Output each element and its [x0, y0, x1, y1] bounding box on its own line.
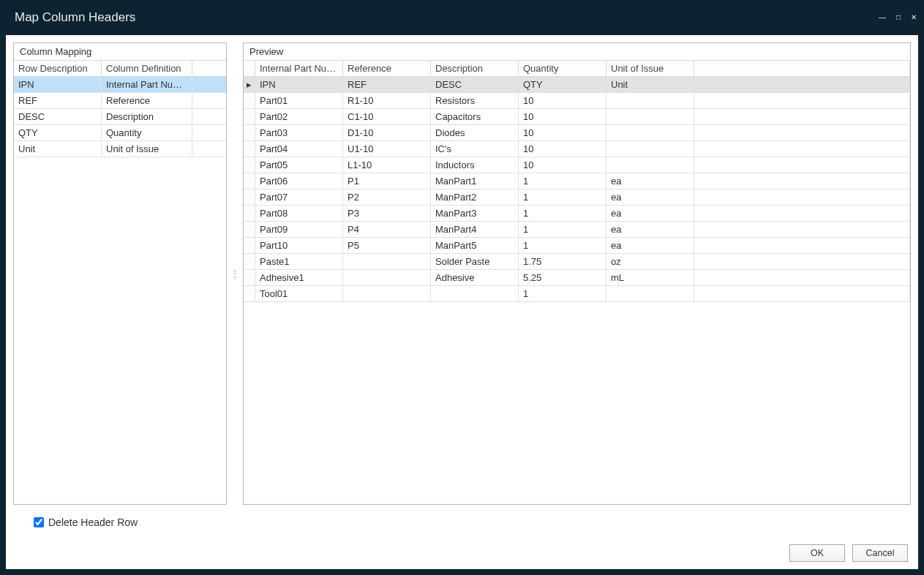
preview-cell[interactable]: 10	[519, 141, 606, 157]
preview-cell[interactable]: 1	[519, 222, 606, 237]
preview-header-quantity[interactable]: Quantity	[519, 61, 606, 76]
preview-row[interactable]: Part06P1ManPart11ea	[244, 173, 910, 189]
mapping-row[interactable]: IPNInternal Part Number	[14, 77, 226, 93]
preview-header-extra[interactable]	[694, 61, 910, 76]
preview-cell[interactable]: Part04	[255, 141, 343, 157]
mapping-cell-col-def[interactable]: Quantity	[102, 125, 192, 140]
preview-cell[interactable]	[343, 270, 431, 285]
splitter[interactable]	[233, 42, 237, 505]
preview-cell[interactable]	[606, 93, 694, 108]
preview-row[interactable]: Adhesive1Adhesive5.25mL	[244, 270, 910, 286]
preview-cell[interactable]	[694, 109, 910, 124]
preview-cell[interactable]	[606, 286, 694, 301]
preview-cell[interactable]: Part05	[255, 157, 343, 173]
preview-cell[interactable]	[606, 109, 694, 124]
preview-cell[interactable]: Part09	[255, 222, 343, 237]
preview-cell[interactable]: Capacitors	[431, 109, 519, 124]
mapping-row[interactable]: REFReference	[14, 93, 226, 109]
preview-cell[interactable]: 1	[519, 286, 606, 301]
preview-cell[interactable]: 5.25	[519, 270, 606, 285]
preview-header-description[interactable]: Description	[431, 61, 519, 76]
mapping-cell-row-desc[interactable]: IPN	[14, 77, 102, 92]
mapping-cell-row-desc[interactable]: QTY	[14, 125, 102, 140]
mapping-cell-extra[interactable]	[192, 141, 225, 157]
mapping-cell-col-def[interactable]: Description	[102, 109, 192, 124]
preview-cell[interactable]: DESC	[431, 77, 519, 92]
preview-cell[interactable]: 10	[519, 93, 606, 108]
preview-cell[interactable]: ManPart4	[431, 222, 519, 237]
preview-row[interactable]: Part09P4ManPart41ea	[244, 222, 910, 238]
preview-cell[interactable]	[694, 222, 910, 237]
preview-row[interactable]: Part04U1-10IC's10	[244, 141, 910, 157]
preview-cell[interactable]: Tool01	[255, 286, 343, 301]
preview-cell[interactable]	[606, 157, 694, 173]
preview-cell[interactable]: ea	[606, 173, 694, 189]
preview-cell[interactable]: ManPart2	[431, 189, 519, 205]
preview-row[interactable]: Paste1Solder Paste1.75oz	[244, 254, 910, 270]
preview-cell[interactable]: ManPart3	[431, 206, 519, 221]
mapping-row[interactable]: QTYQuantity	[14, 125, 226, 141]
preview-cell[interactable]: Diodes	[431, 125, 519, 140]
preview-cell[interactable]	[694, 173, 910, 189]
preview-cell[interactable]: 1	[519, 238, 606, 253]
mapping-row[interactable]: DESCDescription	[14, 109, 226, 125]
preview-cell[interactable]: Paste1	[255, 254, 343, 269]
preview-row[interactable]: Part01R1-10Resistors10	[244, 93, 910, 109]
mapping-cell-col-def[interactable]: Unit of Issue	[102, 141, 192, 157]
preview-row[interactable]: Tool011	[244, 286, 910, 302]
preview-cell[interactable]: Part02	[255, 109, 343, 124]
ok-button[interactable]: OK	[789, 544, 845, 562]
preview-header-unit[interactable]: Unit of Issue	[606, 61, 694, 76]
preview-cell[interactable]: 1	[519, 173, 606, 189]
preview-cell[interactable]: Adhesive1	[255, 270, 343, 285]
preview-cell[interactable]	[343, 254, 431, 269]
preview-cell[interactable]	[694, 93, 910, 108]
preview-cell[interactable]	[694, 141, 910, 157]
preview-cell[interactable]: C1-10	[343, 109, 431, 124]
preview-row[interactable]: Part03D1-10Diodes10	[244, 125, 910, 141]
preview-cell[interactable]: IPN	[255, 77, 343, 92]
preview-cell[interactable]: D1-10	[343, 125, 431, 140]
preview-cell[interactable]: Inductors	[431, 157, 519, 173]
preview-cell[interactable]	[694, 125, 910, 140]
preview-cell[interactable]	[694, 77, 910, 92]
preview-cell[interactable]: Part03	[255, 125, 343, 140]
preview-cell[interactable]: Part08	[255, 206, 343, 221]
maximize-icon[interactable]: □	[896, 14, 901, 21]
preview-cell[interactable]	[343, 286, 431, 301]
preview-cell[interactable]	[694, 254, 910, 269]
preview-cell[interactable]: REF	[343, 77, 431, 92]
mapping-cell-extra[interactable]	[192, 93, 225, 108]
preview-body[interactable]: ▸IPNREFDESCQTYUnitPart01R1-10Resistors10…	[244, 77, 910, 504]
preview-cell[interactable]	[694, 157, 910, 173]
preview-cell[interactable]: 10	[519, 157, 606, 173]
mapping-header-row-desc[interactable]: Row Description	[14, 61, 102, 76]
preview-cell[interactable]: L1-10	[343, 157, 431, 173]
preview-cell[interactable]: 10	[519, 109, 606, 124]
preview-cell[interactable]: Resistors	[431, 93, 519, 108]
preview-cell[interactable]	[606, 125, 694, 140]
minimize-icon[interactable]: —	[879, 14, 886, 21]
preview-cell[interactable]: Part06	[255, 173, 343, 189]
preview-cell[interactable]: U1-10	[343, 141, 431, 157]
mapping-row[interactable]: UnitUnit of Issue	[14, 141, 226, 157]
preview-row[interactable]: Part02C1-10Capacitors10	[244, 109, 910, 125]
preview-cell[interactable]: Unit	[606, 77, 694, 92]
titlebar[interactable]: Map Column Headers — □ ✕	[0, 0, 924, 35]
preview-cell[interactable]	[431, 286, 519, 301]
preview-cell[interactable]: mL	[606, 270, 694, 285]
mapping-header-extra[interactable]	[192, 61, 225, 76]
cancel-button[interactable]: Cancel	[852, 544, 908, 562]
preview-cell[interactable]: ea	[606, 222, 694, 237]
mapping-cell-row-desc[interactable]: REF	[14, 93, 102, 108]
preview-row[interactable]: Part07P2ManPart21ea	[244, 189, 910, 206]
preview-row[interactable]: Part05L1-10Inductors10	[244, 157, 910, 173]
preview-row[interactable]: Part08P3ManPart31ea	[244, 206, 910, 222]
preview-header-data-row[interactable]: ▸IPNREFDESCQTYUnit	[244, 77, 910, 93]
preview-cell[interactable]: Adhesive	[431, 270, 519, 285]
mapping-body[interactable]: IPNInternal Part NumberREFReferenceDESCD…	[14, 77, 226, 504]
preview-cell[interactable]: 1	[519, 206, 606, 221]
preview-cell[interactable]: Part10	[255, 238, 343, 253]
preview-cell[interactable]: ea	[606, 238, 694, 253]
preview-cell[interactable]: ManPart1	[431, 173, 519, 189]
